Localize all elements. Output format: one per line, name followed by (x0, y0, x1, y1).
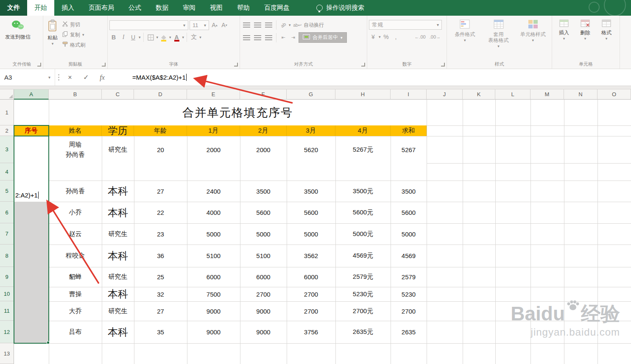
cut-button[interactable]: 剪切 (61, 20, 87, 29)
tab-开始[interactable]: 开始 (27, 0, 54, 16)
cell-C7[interactable]: 研究生 (102, 223, 134, 245)
cell-B7[interactable]: 赵云 (49, 223, 102, 245)
cell-B10[interactable]: 曹操 (49, 287, 102, 301)
cell-H11[interactable]: 2700元 (335, 301, 391, 321)
cell-G6[interactable]: 5600 (287, 202, 335, 223)
conditional-formatting-button[interactable]: 条件格式 ▾ (449, 17, 481, 59)
paste-button[interactable]: 粘贴 ▾ (45, 17, 60, 59)
row-header-2[interactable]: 2 (0, 125, 14, 136)
cell-E9[interactable]: 6000 (187, 267, 240, 287)
cell-H9[interactable]: 2579元 (335, 267, 391, 287)
cell-H6[interactable]: 5600元 (335, 202, 391, 223)
copy-button[interactable]: 复制 ▾ (61, 31, 87, 39)
cell-F5[interactable]: 3500 (240, 181, 287, 202)
cell-D6[interactable]: 22 (134, 202, 187, 223)
column-header-B[interactable]: B (49, 89, 102, 100)
header-cell-I2[interactable]: 求和 (391, 125, 427, 136)
cell-D12[interactable]: 35 (134, 321, 187, 343)
column-header-C[interactable]: C (102, 89, 134, 100)
tab-插入[interactable]: 插入 (54, 0, 81, 16)
fill-handle[interactable] (47, 341, 50, 344)
cell-D5[interactable]: 27 (134, 181, 187, 202)
tab-视图[interactable]: 视图 (203, 0, 230, 16)
select-all-corner[interactable] (0, 89, 14, 100)
cell-F11[interactable]: 9000 (240, 301, 287, 321)
tab-帮助[interactable]: 帮助 (230, 0, 257, 16)
wrap-text-button[interactable]: ab↩ 自动换行 (292, 21, 326, 29)
cell-F7[interactable]: 5000 (240, 223, 287, 245)
accounting-format-button[interactable]: ¥ (369, 32, 377, 42)
cell-H7[interactable]: 5000元 (335, 223, 391, 245)
cell-C3[interactable]: 研究生 (102, 136, 134, 163)
comma-style-button[interactable]: , (392, 32, 400, 42)
cell-styles-button[interactable]: 单元格样式 ▾ (516, 17, 550, 59)
column-header-E[interactable]: E (187, 89, 240, 100)
align-right-icon[interactable] (264, 33, 274, 43)
header-cell-A2[interactable]: 序号 (14, 125, 49, 136)
cell-B9[interactable]: 貂蝉 (49, 267, 102, 287)
column-header-F[interactable]: F (240, 89, 287, 100)
cell-E10[interactable]: 7500 (187, 287, 240, 301)
row-header-9[interactable]: 9 (0, 267, 14, 287)
cell-E8[interactable]: 5100 (187, 245, 240, 267)
cell-C11[interactable]: 研究生 (102, 301, 134, 321)
cell-F10[interactable]: 2700 (240, 287, 287, 301)
cell-C9[interactable]: 研究生 (102, 267, 134, 287)
cell-C8[interactable]: 本科 (102, 245, 134, 267)
row-header-5[interactable]: 5 (0, 181, 14, 202)
cell-B3[interactable]: 周瑜 孙尚香 (49, 136, 102, 163)
format-cells-button[interactable]: 格式 ▾ (596, 17, 617, 59)
percent-style-button[interactable]: % (382, 32, 391, 42)
cell-D7[interactable]: 23 (134, 223, 187, 245)
row-header-4[interactable]: 4 (0, 163, 14, 181)
bold-button[interactable]: B (109, 32, 118, 42)
column-header-M[interactable]: M (530, 89, 564, 100)
row-header-7[interactable]: 7 (0, 223, 14, 245)
cell-E11[interactable]: 9000 (187, 301, 240, 321)
cell-B12[interactable]: 吕布 (49, 321, 102, 343)
increase-indent-icon[interactable]: ⇥ (289, 33, 297, 43)
italic-button[interactable]: I (119, 32, 128, 42)
merge-center-button[interactable]: 合并后居中 ▾ (299, 32, 347, 43)
column-header-O[interactable]: O (597, 89, 631, 100)
cell-I11[interactable]: 2700 (391, 301, 427, 321)
cell-E12[interactable]: 9000 (187, 321, 240, 343)
column-header-A[interactable]: A (14, 89, 49, 100)
format-as-table-button[interactable]: 套用 表格格式 ▾ (482, 17, 515, 59)
sheet-title-cell[interactable]: 合并单元格填充序号 (49, 100, 427, 125)
dialog-launcher-icon[interactable] (361, 63, 365, 67)
fill-color-button[interactable] (159, 32, 168, 42)
cell-G9[interactable]: 6000 (287, 267, 335, 287)
cell-C6[interactable]: 本科 (102, 202, 134, 223)
column-header-G[interactable]: G (287, 89, 335, 100)
tab-页面布局[interactable]: 页面布局 (81, 0, 121, 16)
decrease-font-size-button[interactable]: A▾ (220, 20, 229, 30)
tab-文件[interactable]: 文件 (0, 0, 27, 16)
cell-D10[interactable]: 32 (134, 287, 187, 301)
font-name-combobox[interactable]: ▾ (109, 20, 188, 30)
font-size-combobox[interactable]: 11 ▾ (190, 20, 209, 30)
cell-B8[interactable]: 程咬金 (49, 245, 102, 267)
align-left-icon[interactable] (242, 33, 251, 43)
cell-C10[interactable]: 本科 (102, 287, 134, 301)
cell-F3[interactable]: 2000 (240, 136, 287, 163)
row-header-13[interactable]: 13 (0, 343, 14, 364)
header-cell-H2[interactable]: 4月 (335, 125, 391, 136)
format-painter-button[interactable]: 格式刷 (61, 41, 87, 49)
cell-G7[interactable]: 5000 (287, 223, 335, 245)
cell-E6[interactable]: 4000 (187, 202, 240, 223)
tab-数据[interactable]: 数据 (148, 0, 176, 16)
header-cell-C2[interactable]: 学历 (102, 125, 134, 136)
cell-E3[interactable]: 2000 (187, 136, 240, 163)
cell-B11[interactable]: 大乔 (49, 301, 102, 321)
orientation-button[interactable]: ab (277, 18, 290, 31)
cell-B5[interactable]: 孙尚香 (49, 181, 102, 202)
cell-H3[interactable]: 5267元 (335, 136, 391, 163)
decrease-decimal-button[interactable]: .00→ (428, 32, 442, 42)
cell-I10[interactable]: 5230 (391, 287, 427, 301)
font-color-button[interactable]: A (173, 32, 181, 42)
increase-font-size-button[interactable]: A▴ (210, 20, 219, 30)
align-middle-icon[interactable] (253, 20, 262, 30)
tab-百度网盘[interactable]: 百度网盘 (257, 0, 297, 16)
cell-F12[interactable]: 9000 (240, 321, 287, 343)
